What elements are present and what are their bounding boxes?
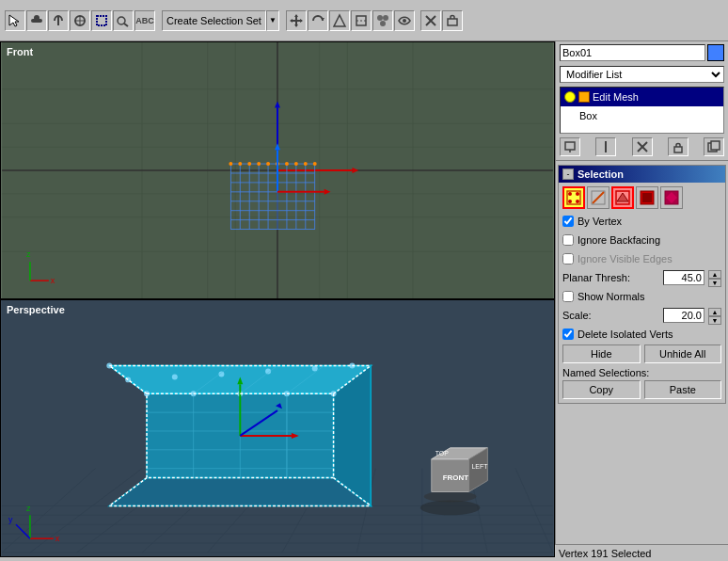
planar-thresh-input[interactable] [663,270,704,285]
hide-buttons-row: Hide Unhide All [562,345,721,363]
create-selection-set-dropdown[interactable]: ▼ [266,10,279,31]
show-normals-checkbox[interactable] [562,291,574,302]
scale-spinner[interactable]: ▲ ▼ [708,308,721,323]
viewport-perspective[interactable]: FRONT TOP LEFT x z y Perspective [0,299,555,557]
selection-collapse-button[interactable]: - [562,168,574,180]
toolbar-icon-9[interactable] [372,10,393,31]
svg-point-20 [377,15,383,21]
modifier-box-icon [578,91,590,103]
ignore-backfacing-checkbox[interactable] [562,234,574,246]
base-object-name: Box [579,110,597,121]
svg-point-22 [380,21,386,26]
modifier-list-dropdown[interactable]: Modifier List [560,66,724,83]
unhide-all-button[interactable]: Unhide All [644,345,722,363]
by-vertex-checkbox[interactable] [562,216,574,227]
scale-label: Scale: [562,310,659,321]
svg-marker-15 [300,19,303,23]
svg-rect-158 [711,141,720,150]
svg-text:TOP: TOP [435,450,450,457]
toolbar-group-2 [285,9,416,32]
toolbar-scale-btn[interactable] [329,10,350,31]
planar-thresh-spinner[interactable]: ▲ ▼ [708,270,721,285]
svg-point-161 [576,192,579,196]
toolbar-icon-4[interactable] [70,10,90,31]
named-selections-label: Named Selections: [562,367,721,378]
scale-spin-up[interactable]: ▲ [708,308,721,316]
object-name-input[interactable] [560,44,705,61]
ignore-backfacing-label: Ignore Backfacing [578,234,660,246]
svg-point-68 [294,162,298,166]
delete-isolated-row: Delete Isolated Verts [562,326,721,343]
svg-marker-16 [321,18,324,21]
svg-text:y: y [8,515,13,524]
toolbar-icon-2[interactable] [26,10,47,31]
modifier-item-edit-mesh[interactable]: Edit Mesh [561,88,723,106]
hide-button[interactable]: Hide [562,345,641,363]
face-mode-button[interactable] [611,186,634,209]
toolbar-icon-3[interactable] [48,10,69,31]
toolbar-icon-6[interactable] [113,10,134,31]
planar-thresh-row: Planar Thresh: ▲ ▼ [562,269,721,286]
svg-marker-0 [9,15,19,26]
ignore-backfacing-row: Ignore Backfacing [562,232,721,248]
toolbar-rotate-btn[interactable] [308,10,328,31]
svg-point-61 [229,162,232,166]
by-vertex-label: By Vertex [578,216,622,227]
svg-point-67 [285,162,289,166]
toolbar-icon-11[interactable] [420,10,441,31]
svg-point-63 [247,162,251,166]
polygon-mode-button[interactable] [636,186,658,209]
status-bar: Vertex 191 Selected [555,544,728,561]
object-color-swatch[interactable] [707,44,724,61]
stack-insert-button[interactable] [595,137,616,156]
planar-thresh-spin-up[interactable]: ▲ [708,270,721,279]
paste-button[interactable]: Paste [644,380,722,399]
edge-mode-button[interactable] [587,186,609,209]
stack-remove-button[interactable] [632,137,653,156]
delete-isolated-checkbox[interactable] [562,329,574,340]
viewport-front[interactable]: x z Front [0,41,555,299]
create-selection-set-button[interactable]: Create Selection Set [162,10,266,31]
svg-marker-12 [294,14,298,17]
toolbar-icon-1[interactable] [5,10,25,31]
stack-unique-button[interactable] [704,137,724,156]
svg-marker-13 [294,24,298,27]
modifier-item-box[interactable]: Box [561,106,723,125]
toolbar-icon-12[interactable] [442,10,463,31]
planar-thresh-spin-down[interactable]: ▼ [708,279,721,287]
copy-button[interactable]: Copy [562,380,641,399]
svg-point-162 [568,200,572,203]
svg-point-69 [304,162,308,166]
svg-line-9 [124,24,128,26]
selection-panel: - Selection [558,165,726,404]
selection-panel-header: - Selection [559,166,725,183]
selection-panel-content: By Vertex Ignore Backfacing Ignore Visib… [559,183,725,403]
viewports-container: x z Front [0,41,555,557]
toolbar-ref-btn[interactable] [351,10,372,31]
scale-input[interactable] [663,308,704,323]
copy-paste-row: Copy Paste [562,380,721,399]
svg-point-70 [313,162,317,166]
svg-point-21 [383,15,388,21]
stack-lock-button[interactable] [668,137,688,156]
collapse-icon: - [567,169,570,179]
object-name-row [556,41,728,64]
toolbar-icon-7[interactable]: ABC [135,10,155,31]
ignore-visible-edges-checkbox[interactable] [562,253,574,264]
front-viewport-canvas: x z [1,42,554,298]
svg-rect-169 [642,193,652,202]
vertex-mode-button[interactable] [562,186,585,209]
svg-point-64 [257,162,261,166]
toolbar-move-btn[interactable] [286,10,307,31]
scale-spin-down[interactable]: ▼ [708,316,721,325]
front-viewport-label: Front [7,46,33,57]
element-mode-button[interactable] [660,186,683,209]
svg-point-106 [172,374,178,379]
svg-point-65 [266,162,270,166]
toolbar-icon-5[interactable] [91,10,112,31]
toolbar-icon-10[interactable] [394,10,415,31]
by-vertex-row: By Vertex [562,213,721,230]
stack-pin-button[interactable] [560,137,580,156]
svg-point-160 [568,192,572,196]
svg-marker-14 [290,19,293,23]
